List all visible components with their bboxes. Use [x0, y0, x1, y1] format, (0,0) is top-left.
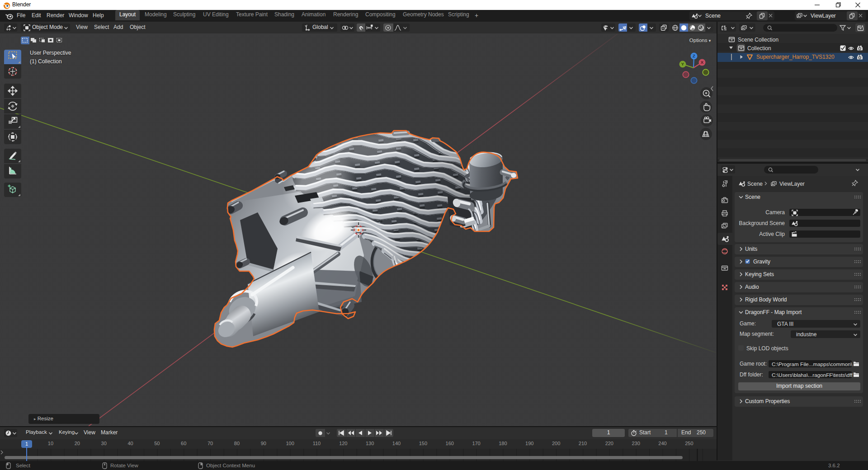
svg-text:X: X	[701, 60, 704, 65]
svg-text:Z: Z	[693, 53, 695, 58]
svg-text:Y: Y	[681, 61, 684, 66]
